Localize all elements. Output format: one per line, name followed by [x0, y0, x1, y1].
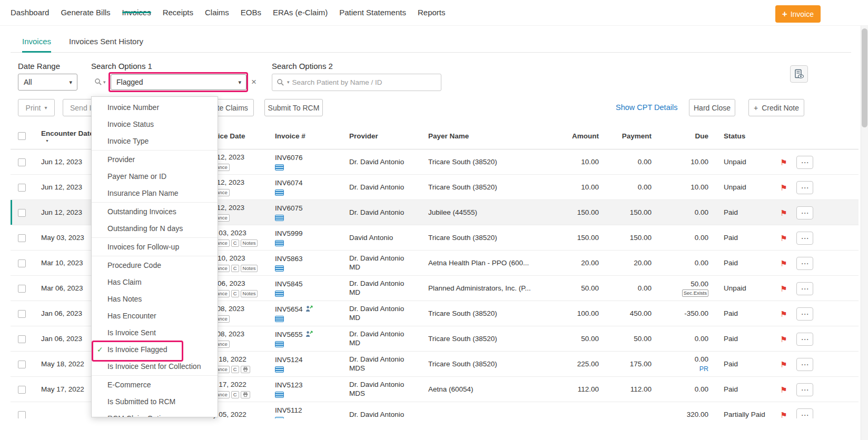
dropdown-item-is-invoice-sent[interactable]: Is Invoice Sent	[92, 324, 218, 341]
tab-invoices[interactable]: Invoices	[22, 32, 51, 52]
hard-close-button[interactable]: Hard Close	[689, 99, 735, 116]
row-actions-button[interactable]: ⋯	[796, 206, 813, 219]
nav-item-invoices[interactable]: Invoices	[122, 8, 151, 17]
search-field-selector-icon[interactable]: ▾	[94, 78, 106, 86]
invoice-number[interactable]: INV5112	[275, 406, 302, 415]
dropdown-item-invoices-for-follow-up[interactable]: Invoices for Follow-up	[92, 238, 218, 255]
search-options-1-select[interactable]: Flagged ▾	[111, 74, 246, 90]
row-checkbox[interactable]	[18, 386, 26, 394]
invoice-number[interactable]: INV6075	[275, 204, 303, 213]
dropdown-item-has-claim[interactable]: Has Claim	[92, 274, 218, 291]
row-checkbox[interactable]	[18, 335, 26, 343]
col-header-invoice-number[interactable]: Invoice #	[275, 122, 344, 149]
nav-item-receipts[interactable]: Receipts	[163, 8, 193, 17]
dropdown-item-invoice-type[interactable]: Invoice Type	[92, 133, 218, 149]
flag-icon[interactable]: ⚑	[780, 361, 787, 368]
row-actions-button[interactable]: ⋯	[796, 383, 813, 396]
nav-item-eras-e-claim[interactable]: ERAs (e-Claim)	[273, 8, 328, 17]
tab-invoices-sent-history[interactable]: Invoices Sent History	[69, 32, 143, 52]
new-invoice-button[interactable]: + Invoice	[775, 5, 821, 23]
nav-item-generate-bills[interactable]: Generate Bills	[61, 8, 110, 17]
invoice-number[interactable]: INV6076	[275, 154, 303, 163]
flag-icon[interactable]: ⚑	[780, 386, 787, 394]
row-actions-button[interactable]: ⋯	[796, 232, 813, 245]
submit-to-rcm-button[interactable]: Submit To RCM	[264, 99, 323, 116]
row-actions-button[interactable]: ⋯	[796, 358, 813, 371]
flag-icon[interactable]: ⚑	[780, 209, 787, 217]
dropdown-item-outstanding-for-n-days[interactable]: Outstanding for N days	[92, 220, 218, 237]
invoice-number[interactable]: INV5124	[275, 356, 303, 365]
flag-icon[interactable]: ⚑	[780, 310, 787, 318]
dropdown-item-has-encounter[interactable]: Has Encounter	[92, 307, 218, 324]
flag-icon[interactable]: ⚑	[780, 411, 787, 419]
row-checkbox[interactable]	[18, 184, 26, 192]
invoice-number[interactable]: INV5999	[275, 229, 303, 238]
flag-icon[interactable]: ⚑	[780, 259, 787, 267]
row-checkbox[interactable]	[18, 285, 26, 293]
date-range-select[interactable]: All ▾	[18, 74, 77, 91]
credit-note-button[interactable]: + Credit Note	[748, 99, 804, 116]
dropdown-item-invoice-status[interactable]: Invoice Status	[92, 116, 218, 133]
dropdown-item-insurance-plan-name[interactable]: Insurance Plan Name	[92, 185, 218, 202]
invoice-number[interactable]: INV5845	[275, 280, 303, 289]
row-actions-button[interactable]: ⋯	[796, 156, 813, 169]
invoice-number[interactable]: INV5863	[275, 255, 303, 264]
row-checkbox[interactable]	[18, 234, 26, 242]
col-header-due[interactable]: Due	[652, 122, 708, 149]
dropdown-item-is-invoice-sent-for-collection[interactable]: Is Invoice Sent for Collection	[92, 358, 218, 375]
row-checkbox[interactable]	[18, 209, 26, 217]
select-all-checkbox[interactable]	[18, 132, 26, 140]
row-checkbox[interactable]	[18, 259, 26, 267]
dropdown-item-is-submitted-to-rcm[interactable]: Is Submitted to RCM	[92, 393, 218, 410]
clear-filter-icon[interactable]: ×	[251, 77, 257, 87]
nav-item-eobs[interactable]: EOBs	[241, 8, 261, 17]
dropdown-item-outstanding-invoices[interactable]: Outstanding Invoices	[92, 203, 218, 220]
dropdown-item-procedure-code[interactable]: Procedure Code	[92, 257, 218, 274]
invoice-number-cell: INV6074	[275, 175, 344, 200]
col-header-payer-name[interactable]: Payer Name	[428, 122, 561, 149]
flag-icon[interactable]: ⚑	[780, 285, 787, 293]
print-button[interactable]: Print ▾	[18, 99, 55, 116]
flag-icon[interactable]: ⚑	[780, 158, 787, 166]
col-header-provider[interactable]: Provider	[349, 122, 426, 149]
show-cpt-details-link[interactable]: Show CPT Details	[616, 103, 677, 112]
invoice-number[interactable]: INV5655	[275, 331, 303, 339]
row-actions-button[interactable]: ⋯	[796, 257, 813, 270]
row-checkbox[interactable]	[18, 158, 26, 166]
flag-icon[interactable]: ⚑	[780, 184, 787, 192]
nav-item-patient-statements[interactable]: Patient Statements	[339, 8, 406, 17]
dropdown-item-invoice-number[interactable]: Invoice Number	[92, 99, 218, 116]
nav-item-dashboard[interactable]: Dashboard	[11, 8, 49, 17]
row-actions-button[interactable]: ⋯	[796, 282, 813, 295]
flag-icon[interactable]: ⚑	[780, 335, 787, 343]
pr-link[interactable]: PR	[699, 365, 708, 374]
invoice-number-cell: INV5124	[275, 352, 344, 377]
nav-item-claims[interactable]: Claims	[205, 8, 229, 17]
row-actions-button[interactable]: ⋯	[796, 408, 813, 419]
dropdown-item-has-notes[interactable]: Has Notes	[92, 291, 218, 307]
dropdown-item-is-invoice-flagged[interactable]: ✓Is Invoice Flagged	[92, 341, 218, 358]
flag-icon[interactable]: ⚑	[780, 234, 787, 242]
patient-search-input[interactable]	[292, 74, 441, 91]
row-checkbox[interactable]	[18, 361, 26, 368]
row-actions-button[interactable]: ⋯	[796, 181, 813, 194]
col-header-status[interactable]: Status	[724, 122, 769, 149]
row-checkbox[interactable]	[18, 310, 26, 318]
invoice-number[interactable]: INV5123	[275, 381, 303, 390]
provider-suffix: MD	[349, 314, 426, 323]
dropdown-item-provider[interactable]: Provider	[92, 151, 218, 168]
dropdown-item-e-commerce[interactable]: E-Commerce	[92, 376, 218, 393]
scrollbar-thumb[interactable]	[862, 28, 867, 127]
invoice-number[interactable]: INV5654	[275, 305, 303, 314]
row-checkbox[interactable]	[18, 411, 26, 419]
row-actions-button[interactable]: ⋯	[796, 307, 813, 321]
invoice-number[interactable]: INV6074	[275, 179, 303, 188]
dropdown-item-rcm-claim-options[interactable]: RCM Claim Options	[92, 410, 218, 417]
col-header-amount[interactable]: Amount	[548, 122, 599, 149]
col-header-payment[interactable]: Payment	[600, 122, 652, 149]
dropdown-item-payer-name-or-id[interactable]: Payer Name or ID	[92, 168, 218, 185]
invoice-summary-toggle-button[interactable]	[790, 65, 808, 83]
vertical-scrollbar[interactable]	[861, 26, 868, 440]
nav-item-reports[interactable]: Reports	[418, 8, 446, 17]
row-actions-button[interactable]: ⋯	[796, 333, 813, 346]
